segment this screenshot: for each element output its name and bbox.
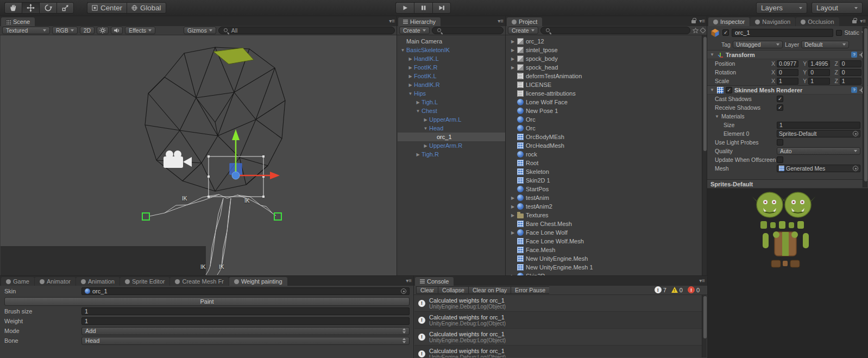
inspector-scrollbar[interactable]	[863, 27, 867, 187]
tab-menu-icon[interactable]: ▾≡	[498, 18, 504, 24]
bottom-tab[interactable]: Animator	[35, 277, 76, 286]
tab-menu-icon[interactable]: ▾≡	[699, 278, 705, 284]
project-item[interactable]: Face Lone Wolf	[506, 228, 702, 237]
hierarchy-item[interactable]: HandIK.R	[398, 80, 505, 89]
fold-arrow-icon[interactable]	[510, 274, 516, 276]
play-button[interactable]	[395, 2, 414, 14]
space-mode-button[interactable]: Global	[127, 2, 166, 14]
hierarchy-item[interactable]: Head	[398, 124, 505, 133]
hierarchy-item[interactable]: Tigh.L	[398, 98, 505, 106]
project-item[interactable]: orc_12	[506, 37, 702, 46]
console-entry[interactable]: Calculated weights for orc_1 UnityEngine…	[414, 346, 707, 357]
hand-tool-button[interactable]	[4, 2, 22, 14]
project-item[interactable]: Bare Chest.Mesh	[506, 219, 702, 228]
fold-arrow-icon[interactable]	[510, 39, 516, 44]
hierarchy-item[interactable]: FootIK.R	[398, 63, 505, 72]
pivot-mode-button[interactable]: Center	[87, 2, 127, 14]
fold-arrow-icon[interactable]: ▼	[709, 52, 715, 57]
help-icon[interactable]	[851, 52, 857, 58]
info-count-badge[interactable]: 7	[655, 286, 666, 293]
gizmo-center-handle[interactable]	[232, 172, 240, 179]
project-item[interactable]: testAnim	[506, 193, 702, 202]
console-entry[interactable]: Calculated weights for orc_1 UnityEngine…	[414, 295, 707, 312]
skinned-mesh-renderer-header[interactable]: ▼ Skinned Mesh Renderer	[707, 85, 868, 95]
fold-arrow-icon[interactable]	[407, 56, 414, 61]
property-checkbox[interactable]	[777, 139, 783, 146]
property-checkbox[interactable]	[777, 96, 783, 102]
fold-arrow-icon[interactable]	[407, 74, 414, 79]
hierarchy-item[interactable]: UpperArm.L	[398, 115, 505, 124]
paint-button[interactable]: Paint	[4, 297, 410, 306]
transform-component-header[interactable]: ▼ Transform	[707, 50, 868, 59]
fold-arrow-icon[interactable]: ▼	[709, 87, 715, 92]
component-enabled-checkbox[interactable]	[726, 87, 732, 93]
setting-dropdown[interactable]: Add	[81, 327, 410, 335]
project-item[interactable]: Root	[506, 159, 702, 167]
console-toolbar-button[interactable]: Collapse	[438, 286, 468, 294]
setting-dropdown[interactable]: Head	[81, 337, 410, 345]
bottom-tab[interactable]: Weight painting	[229, 277, 287, 286]
bottom-tab[interactable]: Animation	[76, 277, 119, 286]
project-item[interactable]: Orc	[506, 124, 702, 133]
project-item[interactable]: New UnityEngine.Mesh	[506, 254, 702, 263]
render-mode-dropdown[interactable]: RGB	[52, 27, 78, 34]
tab-menu-icon[interactable]: ▾≡	[389, 18, 395, 24]
fold-arrow-icon[interactable]	[422, 126, 429, 131]
object-picker-icon[interactable]	[853, 131, 858, 136]
hierarchy-item[interactable]: HandIK.L	[398, 54, 505, 63]
project-item[interactable]: Skeleton	[506, 167, 702, 176]
axis-y-field[interactable]: 1.4995	[808, 60, 830, 67]
scene-lighting-toggle[interactable]	[97, 27, 109, 34]
hierarchy-item[interactable]: UpperArm.R	[398, 141, 505, 150]
skin-object-field[interactable]: orc_1	[81, 287, 410, 295]
project-item[interactable]: OrcBodyMEsh	[506, 133, 702, 141]
project-item[interactable]: New Pose 1	[506, 106, 702, 115]
project-item[interactable]: sintel_tpose	[506, 46, 702, 54]
scene-viewport[interactable]: IK IK IK IK	[1, 35, 397, 275]
fold-arrow-icon[interactable]	[414, 109, 422, 114]
hierarchy-item[interactable]: Hips	[398, 89, 505, 98]
axis-y-field[interactable]: 0	[808, 69, 830, 76]
object-name-field[interactable]: orc_1	[732, 29, 833, 37]
hierarchy-item[interactable]: orc_1	[398, 133, 505, 141]
console-entry[interactable]: Calculated weights for orc_1 UnityEngine…	[414, 329, 707, 346]
scene-search-input[interactable]: All	[218, 27, 395, 34]
fold-arrow-icon[interactable]	[510, 48, 516, 53]
project-item[interactable]: Skin2D	[506, 272, 702, 275]
favorite-star-icon[interactable]	[693, 28, 699, 34]
move-tool-button[interactable]	[22, 2, 39, 14]
property-dropdown[interactable]: Auto	[777, 147, 860, 155]
scene-audio-toggle[interactable]	[111, 27, 123, 34]
project-create-button[interactable]: Create	[508, 27, 538, 34]
console-scrollbar[interactable]	[702, 295, 707, 357]
axis-x-field[interactable]: 1	[777, 78, 798, 85]
axis-x-field[interactable]: 0	[777, 69, 798, 76]
bottom-tab[interactable]: Sprite Editor	[120, 277, 170, 286]
fold-arrow-icon[interactable]	[407, 91, 414, 96]
project-item[interactable]: spock_head	[506, 63, 702, 72]
layout-dropdown[interactable]: Layout	[812, 2, 863, 14]
console-toolbar-button[interactable]: Clear	[416, 286, 438, 294]
fold-arrow-icon[interactable]	[407, 65, 414, 70]
fold-arrow-icon[interactable]	[407, 83, 414, 87]
console-tab[interactable]: Console	[415, 277, 454, 286]
fold-arrow-icon[interactable]	[510, 56, 516, 61]
tab-menu-icon[interactable]: ▾≡	[699, 18, 705, 24]
scene-tab[interactable]: Scene	[1, 17, 35, 26]
project-item[interactable]: Lone Wolf Face	[506, 98, 702, 106]
hierarchy-item[interactable]: BasicSkeletonIK	[398, 46, 505, 54]
console-toolbar-button[interactable]: Clear on Play	[468, 286, 511, 294]
fold-arrow-icon[interactable]	[510, 204, 516, 209]
static-checkbox[interactable]	[836, 30, 842, 36]
fold-arrow-icon[interactable]	[422, 143, 429, 148]
inspector-tab[interactable]: Occlusion	[796, 17, 839, 26]
fold-arrow-icon[interactable]	[414, 100, 422, 105]
hierarchy-item[interactable]: Tigh.R	[398, 150, 505, 159]
axis-x-field[interactable]: 0.0977	[777, 60, 798, 67]
project-item[interactable]: Skin2D 1	[506, 176, 702, 185]
warning-count-badge[interactable]: 0	[671, 287, 683, 293]
preview-header[interactable]: Sprites-Default	[707, 179, 868, 189]
project-item[interactable]: spock_body	[506, 54, 702, 63]
bottom-tab[interactable]: Create Mesh Fr	[170, 277, 228, 286]
bottom-tab[interactable]: Game	[1, 277, 34, 286]
